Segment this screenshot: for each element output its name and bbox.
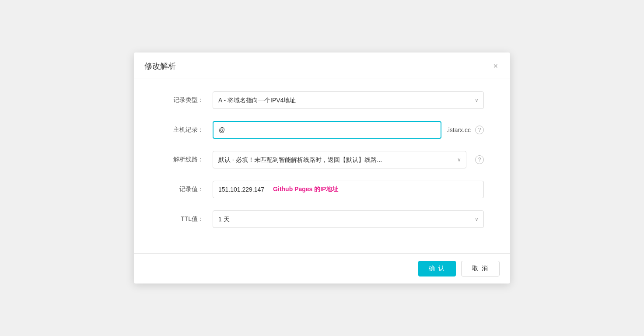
cancel-button[interactable]: 取 消 bbox=[461, 261, 500, 276]
host-record-help-icon[interactable]: ? bbox=[475, 126, 484, 134]
record-value-ip: 151.101.229.147 bbox=[218, 186, 264, 193]
analysis-route-select[interactable]: 默认 - 必填！未匹配到智能解析线路时，返回【默认】线路... bbox=[213, 151, 466, 168]
github-pages-link[interactable]: Github Pages 的IP地址 bbox=[273, 186, 338, 193]
ttl-control: 1 天 ∨ bbox=[213, 210, 484, 228]
ttl-row: TTL值： 1 天 ∨ bbox=[160, 210, 484, 228]
record-type-label: 记录类型： bbox=[160, 96, 204, 104]
host-record-input[interactable] bbox=[213, 121, 441, 139]
close-button[interactable]: × bbox=[491, 60, 500, 72]
dialog-body: 记录类型： A - 将域名指向一个IPV4地址 ∨ 主机记录： .istarx.… bbox=[134, 78, 510, 253]
record-type-row: 记录类型： A - 将域名指向一个IPV4地址 ∨ bbox=[160, 91, 484, 109]
dialog: 修改解析 × 记录类型： A - 将域名指向一个IPV4地址 ∨ 主机记录： .… bbox=[134, 52, 510, 284]
analysis-route-control: 默认 - 必填！未匹配到智能解析线路时，返回【默认】线路... ∨ ? bbox=[213, 151, 484, 168]
ttl-select-wrapper[interactable]: 1 天 ∨ bbox=[213, 210, 484, 228]
dialog-title: 修改解析 bbox=[144, 61, 176, 71]
host-record-row: 主机记录： .istarx.cc ? bbox=[160, 121, 484, 139]
analysis-route-row: 解析线路： 默认 - 必填！未匹配到智能解析线路时，返回【默认】线路... ∨ … bbox=[160, 151, 484, 168]
ttl-label: TTL值： bbox=[160, 215, 204, 223]
record-value-row: 记录值： 151.101.229.147 Github Pages 的IP地址 bbox=[160, 181, 484, 198]
record-type-select-wrapper[interactable]: A - 将域名指向一个IPV4地址 ∨ bbox=[213, 91, 484, 109]
host-record-suffix: .istarx.cc bbox=[447, 126, 471, 133]
analysis-route-help-icon[interactable]: ? bbox=[475, 155, 484, 164]
dialog-header: 修改解析 × bbox=[134, 52, 510, 78]
host-record-control: .istarx.cc ? bbox=[213, 121, 484, 139]
record-type-control: A - 将域名指向一个IPV4地址 ∨ bbox=[213, 91, 484, 109]
record-value-label: 记录值： bbox=[160, 186, 204, 193]
ttl-select[interactable]: 1 天 bbox=[213, 210, 484, 228]
record-value-control: 151.101.229.147 Github Pages 的IP地址 bbox=[213, 181, 484, 198]
host-record-label: 主机记录： bbox=[160, 126, 204, 134]
record-value-container: 151.101.229.147 Github Pages 的IP地址 bbox=[213, 181, 484, 198]
confirm-button[interactable]: 确 认 bbox=[418, 261, 456, 276]
analysis-route-select-wrapper[interactable]: 默认 - 必填！未匹配到智能解析线路时，返回【默认】线路... ∨ bbox=[213, 151, 466, 168]
dialog-footer: 确 认 取 消 bbox=[134, 253, 510, 284]
record-type-select[interactable]: A - 将域名指向一个IPV4地址 bbox=[213, 91, 484, 109]
analysis-route-label: 解析线路： bbox=[160, 156, 204, 164]
